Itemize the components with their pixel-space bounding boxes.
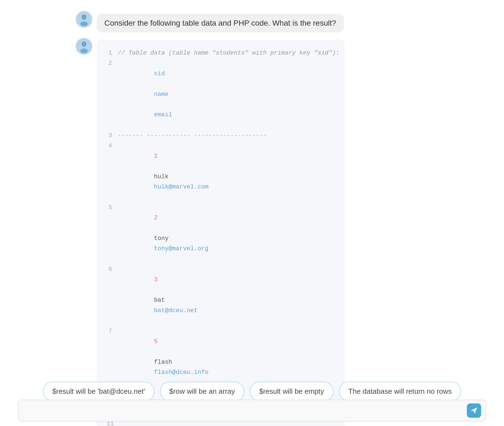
question-row: Consider the following table data and PH… (76, 11, 428, 33)
answer-option-4[interactable]: The database will return no rows (339, 382, 461, 401)
question-bubble: Consider the following table data and PH… (97, 14, 344, 33)
code-line-7: 7 5 flash flash@dceu.info (107, 326, 335, 388)
avatar-user-code (76, 38, 92, 55)
send-icon (470, 407, 478, 414)
code-block: 1 // Table data (table name "students" w… (97, 40, 345, 426)
svg-point-9 (85, 44, 86, 44)
code-line-2: 2 sid name email (107, 58, 335, 130)
answer-option-1[interactable]: $result will be 'bat@dceu.net' (43, 382, 155, 401)
svg-point-8 (82, 44, 83, 44)
avatar-user-question (76, 11, 92, 28)
svg-point-4 (85, 17, 86, 17)
answer-options-row: $result will be 'bat@dceu.net' $row will… (0, 382, 504, 401)
input-bar (18, 400, 486, 422)
chat-input[interactable] (23, 407, 464, 414)
svg-point-3 (82, 17, 83, 17)
code-line-1: 1 // Table data (table name "students" w… (107, 48, 335, 58)
answer-option-2[interactable]: $row will be an array (160, 382, 244, 401)
svg-point-2 (80, 21, 88, 26)
question-text: Consider the following table data and PH… (104, 19, 336, 27)
code-block-row: 1 // Table data (table name "students" w… (76, 38, 428, 426)
answer-option-3[interactable]: $result will be empty (250, 382, 334, 401)
send-button[interactable] (467, 403, 481, 418)
code-line-3: 3 ------- ------------ -----------------… (107, 130, 335, 141)
code-line-4: 4 1 hulk hulk@marvel.com (107, 141, 335, 203)
svg-point-7 (80, 48, 88, 53)
code-line-6: 6 3 bat bat@dceu.net (107, 264, 335, 326)
code-line-5: 5 2 tony tony@marvel.org (107, 203, 335, 264)
